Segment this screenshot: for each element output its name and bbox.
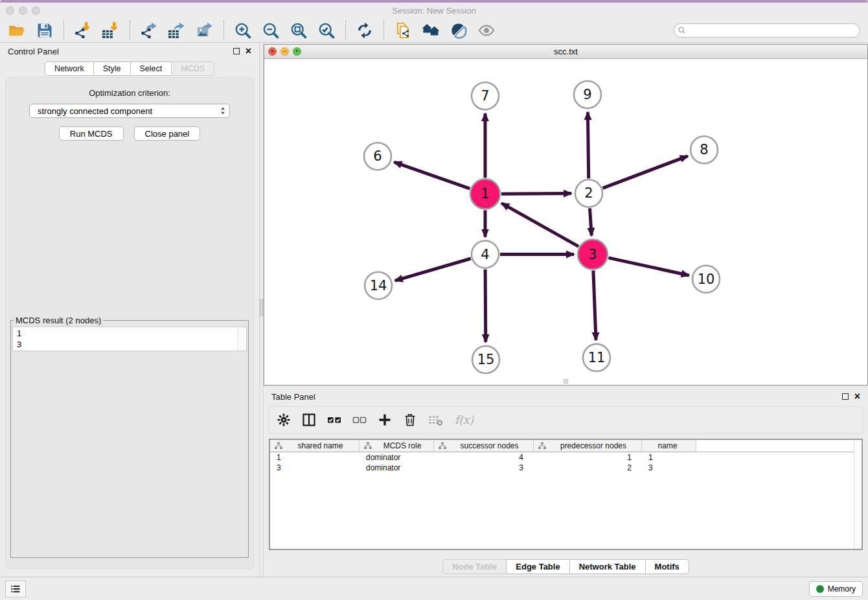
table-tabs: Node TableEdge TableNetwork TableMotifs xyxy=(264,559,868,574)
column-header-shared-name[interactable]: shared name xyxy=(270,440,360,452)
table-cell[interactable]: 1 xyxy=(534,453,642,462)
float-panel-button[interactable] xyxy=(233,48,240,54)
graph-node-15[interactable]: 15 xyxy=(472,346,499,373)
table-cell[interactable]: 4 xyxy=(434,453,534,462)
graph-edge-3-1[interactable] xyxy=(501,203,578,247)
task-history-button[interactable] xyxy=(5,581,26,597)
graph-node-3[interactable]: 3 xyxy=(578,240,608,270)
table-cell[interactable]: dominator xyxy=(360,463,434,472)
column-header-successor-nodes[interactable]: successor nodes xyxy=(434,440,534,452)
network-graph[interactable]: 7968124314101511 xyxy=(264,59,867,385)
close-panel-button-2[interactable]: Close panel xyxy=(134,126,201,141)
graph-node-10[interactable]: 10 xyxy=(692,266,720,293)
table-cell[interactable]: 2 xyxy=(534,463,642,472)
import-table-icon[interactable] xyxy=(102,21,120,40)
run-mcds-button[interactable]: Run MCDS xyxy=(59,126,124,141)
network-maximize-button[interactable]: + xyxy=(293,47,301,56)
tab-network[interactable]: Network xyxy=(45,62,94,76)
table-cell[interactable]: 3 xyxy=(270,463,360,472)
refresh-icon[interactable] xyxy=(356,21,374,40)
table-cell[interactable]: dominator xyxy=(360,453,434,462)
select-all-rows-icon[interactable] xyxy=(326,412,342,428)
graph-edge-1-6[interactable] xyxy=(394,162,470,189)
graph-node-8[interactable]: 8 xyxy=(691,136,718,163)
network-view[interactable]: 7968124314101511 xyxy=(264,59,867,385)
tab-mcds[interactable]: MCDS xyxy=(171,62,214,76)
table-cell[interactable]: 3 xyxy=(642,463,696,472)
memory-button[interactable]: Memory xyxy=(809,581,863,597)
tab-motifs[interactable]: Motifs xyxy=(645,559,689,574)
zoom-in-icon[interactable] xyxy=(234,21,252,40)
graph-node-14[interactable]: 14 xyxy=(365,272,392,299)
delete-row-icon[interactable] xyxy=(402,412,418,428)
network-minimize-button[interactable]: − xyxy=(280,47,289,56)
graph-node-label: 10 xyxy=(698,271,715,287)
graph-edge-2-3[interactable] xyxy=(590,208,592,235)
tab-edge-table[interactable]: Edge Table xyxy=(506,559,569,574)
clone-network-icon[interactable] xyxy=(394,21,412,40)
graph-edge-3-10[interactable] xyxy=(608,258,689,275)
mcds-result-list[interactable]: 13 xyxy=(12,327,247,351)
splitter-handle[interactable] xyxy=(260,299,263,316)
zoom-fit-icon[interactable] xyxy=(290,21,308,40)
zoom-selected-icon[interactable] xyxy=(317,21,336,40)
add-row-icon[interactable] xyxy=(377,412,393,428)
main-titlebar: Session: New Session xyxy=(0,3,868,18)
table-panel-title: Table Panel xyxy=(271,392,315,402)
graph-node-1[interactable]: 1 xyxy=(470,179,500,209)
column-header-MCDS-role[interactable]: MCDS role xyxy=(360,440,434,452)
network-close-button[interactable]: × xyxy=(268,47,277,56)
unselect-all-rows-icon[interactable] xyxy=(352,412,367,428)
close-table-panel-button[interactable]: × xyxy=(854,393,860,400)
tab-select[interactable]: Select xyxy=(130,62,172,76)
save-session-icon[interactable] xyxy=(36,21,54,40)
graph-node-2[interactable]: 2 xyxy=(575,179,602,207)
table-panel-header: Table Panel × xyxy=(264,388,868,405)
canvas-scroll-handle[interactable] xyxy=(564,379,568,384)
export-table-icon[interactable] xyxy=(168,21,186,40)
table-cell[interactable]: 1 xyxy=(270,453,360,462)
export-image-icon[interactable] xyxy=(196,21,214,40)
column-header-name[interactable]: name xyxy=(642,440,696,452)
graph-edge-1-2[interactable] xyxy=(501,194,571,194)
close-window-button[interactable] xyxy=(6,6,14,15)
column-header-predecessor-nodes[interactable]: predecessor nodes xyxy=(534,440,642,452)
graph-node-6[interactable]: 6 xyxy=(364,143,391,170)
search-input[interactable] xyxy=(674,23,860,38)
graph-node-11[interactable]: 11 xyxy=(583,344,610,371)
graph-edge-2-9[interactable] xyxy=(588,112,588,178)
close-panel-button[interactable]: × xyxy=(246,48,251,54)
result-scrollbar[interactable] xyxy=(238,327,246,351)
table-cell[interactable]: 3 xyxy=(434,463,534,472)
float-table-panel-button[interactable] xyxy=(842,393,849,400)
open-session-icon[interactable] xyxy=(8,21,26,40)
graph-node-7[interactable]: 7 xyxy=(472,82,499,110)
criterion-dropdown[interactable]: strongly connected component xyxy=(29,104,230,118)
graph-node-9[interactable]: 9 xyxy=(574,81,601,108)
graph-edge-4-14[interactable] xyxy=(395,259,471,281)
graph-node-label: 15 xyxy=(477,351,495,367)
graph-node-4[interactable]: 4 xyxy=(472,241,499,268)
toggle-columns-icon[interactable] xyxy=(301,412,317,428)
table-scrollbar[interactable] xyxy=(854,440,862,549)
hide-graphics-details-icon[interactable] xyxy=(450,21,468,40)
graph-edge-4-15[interactable] xyxy=(485,270,486,342)
zoom-out-icon[interactable] xyxy=(262,21,280,40)
tab-style[interactable]: Style xyxy=(93,62,131,76)
mcds-panel-body: Optimization criterion: strongly connect… xyxy=(5,77,254,569)
maximize-window-button[interactable] xyxy=(32,6,40,15)
toolbar-separator xyxy=(130,21,130,40)
graph-edge-3-11[interactable] xyxy=(593,271,596,340)
export-network-icon[interactable] xyxy=(140,21,158,40)
panel-splitter[interactable] xyxy=(259,43,264,577)
tab-node-table[interactable]: Node Table xyxy=(442,559,507,574)
table-settings-icon[interactable] xyxy=(276,412,291,428)
tab-network-table[interactable]: Network Table xyxy=(569,559,646,574)
import-network-icon[interactable] xyxy=(74,21,92,40)
table-cell[interactable]: 1 xyxy=(642,453,696,462)
home-layout-icon[interactable] xyxy=(422,21,440,40)
minimize-window-button[interactable] xyxy=(19,6,27,15)
graph-edge-2-8[interactable] xyxy=(603,156,688,188)
show-graphics-details-icon[interactable] xyxy=(477,21,496,40)
toolbar-separator xyxy=(345,21,346,40)
